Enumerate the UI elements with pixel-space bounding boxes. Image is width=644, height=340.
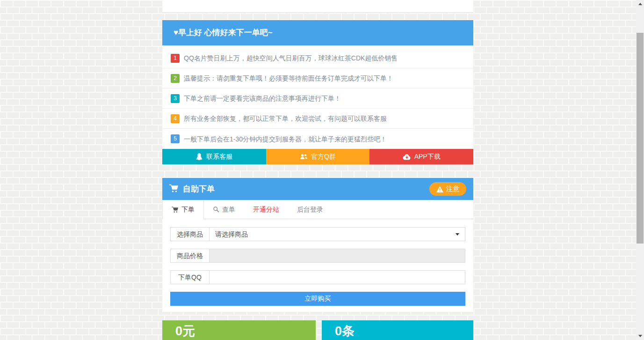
tab-label: 开通分站 <box>253 200 279 219</box>
order-qq-field[interactable] <box>210 270 465 284</box>
order-tabs: 下单 查单 开通分站 后台登录 <box>162 200 473 219</box>
total-amount-stat-card: 0元 <box>162 320 316 340</box>
tab-label: 后台登录 <box>297 200 323 219</box>
notice-pill-label: 注意 <box>446 185 459 193</box>
price-label: 商品价格 <box>170 249 210 263</box>
tab-label: 下单 <box>181 200 195 219</box>
app-download-button[interactable]: APP下载 <box>369 149 473 164</box>
action-button-label: 联系客服 <box>206 153 232 161</box>
buy-now-button[interactable]: 立即购买 <box>170 292 465 306</box>
scroll-down-icon <box>638 335 642 337</box>
notice-item: 2 温馨提示：请勿重复下单哦！必须要等待前面任务订单完成才可以下单！ <box>162 68 473 89</box>
tab-label: 查单 <box>222 200 235 219</box>
notice-item: 5 一般下单后会在1-30分钟内提交到服务器，就让单子来的更猛烈些吧！ <box>162 129 473 149</box>
quick-action-row: 联系客服 官方Q群 APP下载 <box>162 149 473 164</box>
tab-place-order[interactable]: 下单 <box>162 200 204 219</box>
order-card: 自助下单 注意 下单 查单 开通分站 <box>162 178 473 312</box>
user-group-icon <box>300 153 308 160</box>
scroll-up-icon <box>638 3 642 5</box>
notice-list: 1 QQ名片赞日刷上万，超快空间人气日刷百万，球球冰红茶CDK超低价销售 2 温… <box>162 45 473 149</box>
tab-admin-login[interactable]: 后台登录 <box>288 200 332 219</box>
vertical-scrollbar[interactable] <box>636 0 644 340</box>
notice-number-badge: 4 <box>171 114 180 123</box>
scroll-up-button[interactable] <box>636 0 644 8</box>
scroll-down-button[interactable] <box>636 332 644 340</box>
official-qq-group-button[interactable]: 官方Q群 <box>266 149 370 164</box>
contact-support-button[interactable]: 联系客服 <box>162 149 266 164</box>
qq-penguin-icon <box>195 153 203 161</box>
stat-value: 0元 <box>175 324 195 338</box>
notice-number-badge: 2 <box>171 74 180 83</box>
warning-triangle-icon <box>436 186 443 192</box>
notice-text: 所有业务全部恢复，都可以正常下单，欢迎尝试，有问题可以联系客服 <box>184 109 387 128</box>
order-form: 选择商品 请选择商品 商品价格 下单QQ 立即购买 <box>162 219 473 306</box>
notice-number-badge: 3 <box>171 94 180 103</box>
scrollbar-thumb[interactable] <box>637 33 644 244</box>
notice-item: 3 下单之前请一定要看完该商品的注意事项再进行下单！ <box>162 89 473 109</box>
qq-label: 下单QQ <box>170 270 210 284</box>
product-select-label: 选择商品 <box>170 227 210 241</box>
order-card-header: 自助下单 注意 <box>162 178 473 200</box>
notice-card-title: ♥早上好 心情好来下一单吧~ <box>174 28 273 37</box>
chevron-down-icon <box>456 233 459 236</box>
notice-card: ♥早上好 心情好来下一单吧~ 1 QQ名片赞日刷上万，超快空间人气日刷百万，球球… <box>162 20 473 164</box>
action-button-label: APP下载 <box>414 153 441 161</box>
cart-icon <box>169 184 179 194</box>
order-card-title: 自助下单 <box>183 184 215 194</box>
product-select[interactable]: 请选择商品 <box>210 227 465 241</box>
price-field <box>210 249 465 263</box>
notice-pill-button[interactable]: 注意 <box>429 182 466 196</box>
search-icon <box>213 206 219 213</box>
price-row: 商品价格 <box>170 249 465 263</box>
cart-icon <box>172 207 179 213</box>
total-orders-stat-card: 0条 <box>322 320 473 340</box>
notice-text: 温馨提示：请勿重复下单哦！必须要等待前面任务订单完成才可以下单！ <box>184 68 393 88</box>
page-background: ♥早上好 心情好来下一单吧~ 1 QQ名片赞日刷上万，超快空间人气日刷百万，球球… <box>0 0 644 340</box>
cloud-download-icon <box>403 154 411 160</box>
top-partial-card <box>162 0 473 13</box>
notice-text: 下单之前请一定要看完该商品的注意事项再进行下单！ <box>184 89 341 108</box>
product-select-value: 请选择商品 <box>215 230 248 238</box>
notice-text: QQ名片赞日刷上万，超快空间人气日刷百万，球球冰红茶CDK超低价销售 <box>184 48 398 68</box>
notice-item: 4 所有业务全部恢复，都可以正常下单，欢迎尝试，有问题可以联系客服 <box>162 109 473 129</box>
product-select-row: 选择商品 请选择商品 <box>170 227 465 241</box>
stat-value: 0条 <box>335 324 355 338</box>
notice-number-badge: 1 <box>171 54 180 63</box>
notice-number-badge: 5 <box>171 134 180 143</box>
qq-row: 下单QQ <box>170 270 465 284</box>
notice-text: 一般下单后会在1-30分钟内提交到服务器，就让单子来的更猛烈些吧！ <box>184 129 387 149</box>
notice-item: 1 QQ名片赞日刷上万，超快空间人气日刷百万，球球冰红茶CDK超低价销售 <box>162 48 473 68</box>
notice-card-header: ♥早上好 心情好来下一单吧~ <box>162 20 473 45</box>
tab-check-order[interactable]: 查单 <box>204 200 244 219</box>
action-button-label: 官方Q群 <box>311 153 336 161</box>
tab-open-substation[interactable]: 开通分站 <box>244 200 288 219</box>
